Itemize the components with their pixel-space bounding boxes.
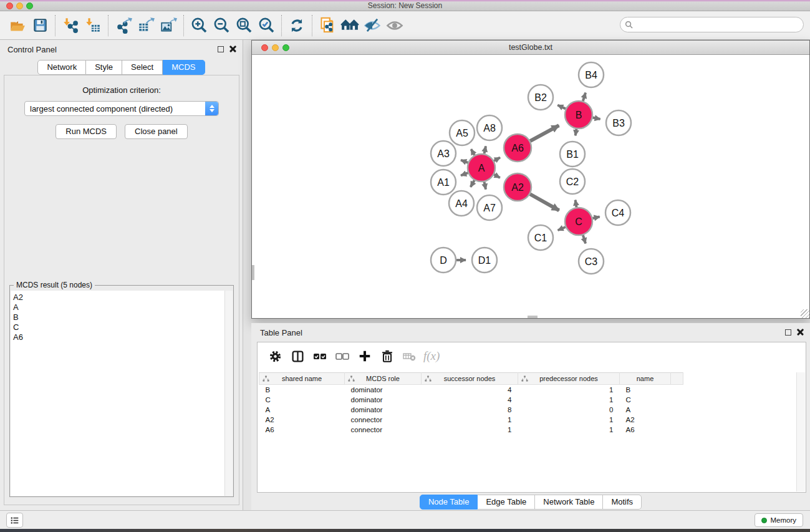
graph-edge-B-B2[interactable] [557,105,566,109]
table-cell[interactable]: A6 [259,425,345,435]
table-cell[interactable]: 1 [422,425,518,435]
import-network-button[interactable] [59,14,82,37]
graph-node-D[interactable]: D [431,248,456,273]
network-canvas[interactable]: B4B2BB3A8A5A6A3B1AA1C2A2A4A7C4CC1DD1C3 [252,55,809,318]
new-network-from-selection-button[interactable] [316,14,339,37]
delete-column-button[interactable] [377,346,397,366]
delete-table-button[interactable] [400,346,420,366]
graph-node-A4[interactable]: A4 [449,191,474,216]
graph-node-C1[interactable]: C1 [528,225,553,250]
select-all-columns-button[interactable] [310,346,330,366]
table-cell[interactable]: dominator [345,395,422,405]
mcds-result-item[interactable]: B [13,312,224,322]
first-neighbors-button[interactable] [339,14,361,37]
function-builder-button[interactable]: f(x) [423,349,440,363]
column-header-MCDS-role[interactable]: MCDS role [345,373,422,385]
table-cell[interactable]: 1 [422,415,518,425]
import-table-button[interactable] [82,14,104,37]
graph-edge-C-C2[interactable] [576,200,577,208]
table-cell[interactable]: B [620,385,671,395]
window-resize-grip[interactable] [801,309,809,318]
table-cell[interactable]: 1 [518,395,620,405]
graph-node-B2[interactable]: B2 [528,85,553,110]
mcds-result-item[interactable]: A2 [13,293,224,302]
table-cell[interactable]: B [259,385,345,395]
table-cell[interactable]: 1 [518,425,620,435]
graph-node-C[interactable]: C [565,208,592,235]
table-cell[interactable]: dominator [345,385,422,395]
graph-edge-A-A5[interactable] [471,149,475,155]
close-panel-button[interactable]: Close panel [125,124,188,139]
graph-node-B3[interactable]: B3 [606,110,631,135]
graph-edge-B-B3[interactable] [593,118,600,119]
graph-node-A[interactable]: A [468,154,495,181]
show-all-button[interactable] [383,14,406,37]
table-cell[interactable]: connector [345,425,422,435]
table-cell[interactable]: 1 [518,385,620,395]
tab-style[interactable]: Style [86,60,122,75]
table-scrollbar[interactable] [796,372,805,491]
graph-node-A1[interactable]: A1 [431,170,456,195]
table-settings-button[interactable] [265,346,285,366]
export-table-button[interactable] [135,14,157,37]
float-panel-icon[interactable] [218,46,224,52]
criterion-select[interactable]: largest connected component (directed) [24,101,219,116]
graph-node-A7[interactable]: A7 [477,195,502,220]
graph-node-B1[interactable]: B1 [560,142,585,167]
task-history-button[interactable] [6,513,23,528]
graph-edge-C-C3[interactable] [583,235,586,243]
save-session-button[interactable] [29,14,51,37]
table-cell[interactable]: 0 [518,405,620,415]
toggle-panel-button[interactable] [287,346,307,366]
column-header-successor-nodes[interactable]: successor nodes [422,373,518,385]
graph-node-C2[interactable]: C2 [560,169,585,194]
open-file-button[interactable] [6,14,29,37]
table-cell[interactable]: 4 [422,395,518,405]
mcds-result-item[interactable]: A6 [13,332,224,342]
graph-edge-A-A6[interactable] [494,157,500,160]
zoom-selected-button[interactable] [255,14,277,37]
graph-edge-C-C1[interactable] [558,227,566,230]
close-panel-icon[interactable] [229,46,236,52]
column-header-name[interactable]: name [620,373,671,385]
graph-node-A5[interactable]: A5 [450,120,475,145]
memory-button[interactable]: Memory [755,513,803,527]
tab-mcds[interactable]: MCDS [163,60,205,75]
tab-edge-table[interactable]: Edge Table [478,495,535,510]
graph-edge-A-A2[interactable] [494,175,499,178]
graph-edge-A-A7[interactable] [485,182,486,190]
graph-node-A3[interactable]: A3 [431,141,456,166]
zoom-in-button[interactable] [188,14,210,37]
graph-edge-A-A4[interactable] [471,180,475,187]
table-float-panel-icon[interactable] [785,329,791,336]
table-close-panel-icon[interactable] [797,329,804,336]
graph-edge-B-B4[interactable] [583,93,586,101]
graph-edge-C-C4[interactable] [592,217,599,219]
search-input[interactable] [635,21,803,29]
canvas-horizontal-scroll-indicator[interactable] [528,316,538,318]
graph-node-C3[interactable]: C3 [579,249,604,274]
apply-layout-button[interactable] [286,14,308,37]
table-cell[interactable]: connector [345,415,422,425]
graph-edge-B-B1[interactable] [576,129,577,136]
export-image-button[interactable] [157,14,180,37]
table-cell[interactable]: 4 [422,385,518,395]
graph-edge-A2-C[interactable] [530,194,559,210]
zoom-out-button[interactable] [210,14,233,37]
tab-network[interactable]: Network [37,60,86,75]
add-column-button[interactable] [355,346,375,366]
table-cell[interactable]: dominator [345,405,422,415]
graph-node-A2[interactable]: A2 [504,173,531,201]
table-cell[interactable]: A2 [259,415,345,425]
graph-edge-A6-B[interactable] [530,125,559,141]
mcds-result-item[interactable]: C [13,322,224,332]
graph-node-B[interactable]: B [565,101,592,128]
tab-node-table[interactable]: Node Table [420,495,478,510]
table-cell[interactable]: C [259,395,345,405]
table-cell[interactable]: C [620,395,671,405]
column-header-predecessor-nodes[interactable]: predecessor nodes [518,373,620,385]
graph-node-A6[interactable]: A6 [504,134,531,162]
table-cell[interactable]: A [620,405,671,415]
mcds-result-scrollbar[interactable] [224,291,233,496]
tab-motifs[interactable]: Motifs [603,495,642,510]
